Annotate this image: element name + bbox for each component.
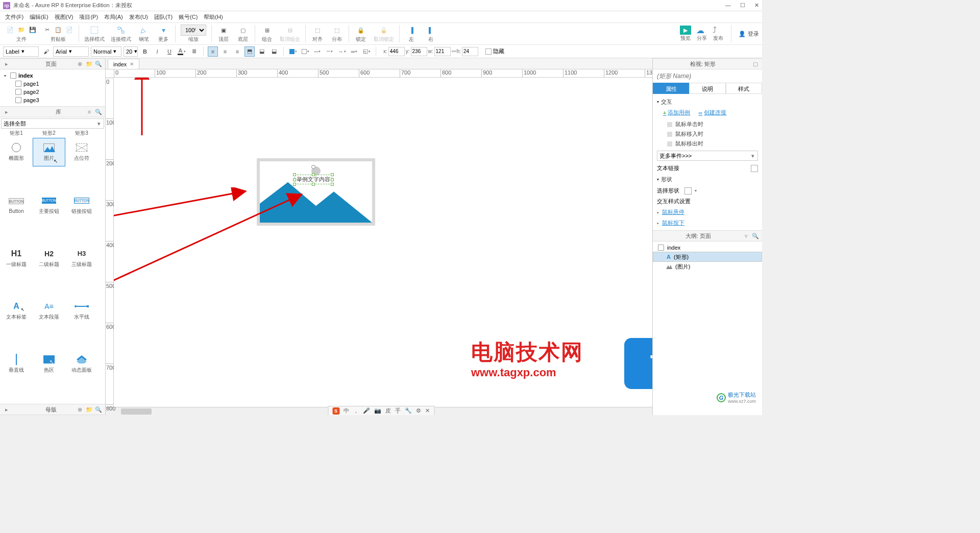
ungroup-button[interactable]: ⊟取消组合: [280, 25, 300, 43]
outline-item-index[interactable]: index: [653, 244, 762, 252]
maximize-icon[interactable]: ☐: [740, 2, 745, 9]
connect-mode-button[interactable]: 连接模式: [111, 25, 131, 43]
publish-button[interactable]: ⤴发布: [713, 26, 724, 42]
library-select[interactable]: 选择全部: [1, 118, 104, 129]
align-bottom-button[interactable]: ⬓: [269, 46, 279, 57]
add-page-icon[interactable]: ⊕: [77, 60, 84, 67]
menu-file[interactable]: 文件(F): [3, 12, 26, 22]
widget-link-button[interactable]: BUTTON链接按钮: [65, 191, 98, 220]
tree-item-page3[interactable]: page3: [0, 96, 105, 104]
line-style-button[interactable]: ┄▾: [325, 46, 335, 57]
bullets-button[interactable]: ≣: [189, 46, 199, 57]
event-click[interactable]: 鼠标单击时: [657, 119, 758, 129]
widget-h2[interactable]: H2二级标题: [33, 244, 65, 273]
preview-button[interactable]: ▶预览: [680, 26, 691, 42]
align-center-text-button[interactable]: ≡: [220, 46, 230, 57]
paste-icon[interactable]: 📄: [64, 25, 75, 35]
image-widget[interactable]: [257, 158, 375, 226]
send-back-button[interactable]: ▢底层: [236, 25, 250, 43]
create-link-link[interactable]: ∞创建连接: [698, 109, 726, 116]
align-button[interactable]: ⬚对齐: [311, 25, 324, 43]
widget-vline[interactable]: 垂直线: [0, 350, 33, 378]
tab-index[interactable]: index ✕: [108, 59, 139, 69]
widget-h3[interactable]: H3三级标题: [65, 244, 98, 273]
y-input[interactable]: [411, 47, 427, 56]
shape-select-button[interactable]: [684, 187, 692, 195]
menu-publish[interactable]: 发布(U): [127, 12, 150, 22]
tree-item-index[interactable]: ▾ index: [0, 71, 105, 80]
underline-button[interactable]: U: [164, 46, 175, 57]
menu-help[interactable]: 帮助(H): [202, 12, 225, 22]
add-folder-icon[interactable]: 📁: [86, 60, 93, 67]
save-file-icon[interactable]: 💾: [28, 25, 38, 35]
distribute-button[interactable]: ⬚分布: [330, 25, 344, 43]
tree-item-page2[interactable]: page2: [0, 88, 105, 96]
login-button[interactable]: 👤登录: [739, 30, 759, 38]
align-top-button[interactable]: ⬒: [244, 46, 255, 57]
line-width-button[interactable]: ─▾: [312, 46, 323, 57]
link-wh-icon[interactable]: ⚯: [452, 49, 456, 54]
line-pattern-button[interactable]: ═▾: [349, 46, 359, 57]
align-middle-button[interactable]: ⬓: [257, 46, 267, 57]
more-button[interactable]: ▾ 更多: [157, 25, 170, 43]
text-widget[interactable]: 举例文字内容: [295, 175, 332, 184]
widget-ellipse[interactable]: 椭圆形: [0, 138, 33, 166]
lib-menu-icon[interactable]: ≡: [86, 108, 93, 115]
paint-format-icon[interactable]: 🖌: [41, 46, 51, 57]
event-mouseenter[interactable]: 鼠标移入时: [657, 129, 758, 139]
pen-button[interactable]: 钢笔: [137, 25, 151, 43]
widget-dynamic-panel[interactable]: 动态面板: [65, 350, 98, 378]
ime-toolbar[interactable]: S 中 ， 🎤 📷 皮 手 🔧 ⚙ ✕: [328, 406, 434, 415]
more-events-select[interactable]: 更多事件>>>: [657, 151, 758, 161]
search-icon[interactable]: 🔍: [95, 406, 102, 413]
w-input[interactable]: [434, 47, 451, 56]
widget-hotspot[interactable]: 热区: [33, 350, 65, 378]
event-mouseleave[interactable]: 鼠标移出时: [657, 139, 758, 149]
close-tab-icon[interactable]: ✕: [130, 61, 134, 67]
panel-toggle-icon[interactable]: ▸: [3, 60, 10, 67]
align-left-text-button[interactable]: ≡: [208, 46, 218, 57]
align-left-button[interactable]: ▐左: [405, 25, 418, 43]
add-case-link[interactable]: +添加用例: [663, 109, 690, 116]
widget-primary-button[interactable]: BUTTON主要按钮: [33, 191, 65, 220]
inspector-page-icon[interactable]: ▢: [752, 60, 759, 67]
widget-name-input[interactable]: [657, 72, 758, 80]
group-button[interactable]: ⊞组合: [260, 25, 274, 43]
outline-item-shape[interactable]: A(矩形): [653, 252, 762, 262]
section-interactions[interactable]: ▾交互: [657, 96, 758, 108]
rotate-handle-icon[interactable]: [311, 165, 315, 169]
fill-color-button[interactable]: ▾: [288, 46, 298, 57]
font-weight-select[interactable]: Normal▾: [91, 46, 121, 57]
widget-h1[interactable]: H1一级标题: [0, 244, 33, 273]
canvas[interactable]: 举例文字内容 电脑技术网 www.tagxp.com TAG: [114, 78, 652, 407]
open-file-icon[interactable]: 📁: [16, 25, 27, 35]
text-color-button[interactable]: A▾: [177, 46, 187, 57]
menu-edit[interactable]: 编辑(E): [28, 12, 51, 22]
hover-style-link[interactable]: 鼠标悬停: [662, 208, 684, 216]
add-master-icon[interactable]: ⊕: [77, 406, 84, 413]
widget-style-select[interactable]: Label▾: [3, 46, 39, 57]
widget-paragraph[interactable]: A≡文本段落: [33, 297, 65, 325]
search-icon[interactable]: 🔍: [95, 108, 102, 115]
widget-button[interactable]: BUTTONButton: [0, 191, 33, 220]
menu-team[interactable]: 团队(T): [152, 12, 175, 22]
filter-icon[interactable]: ▿: [743, 232, 750, 239]
select-mode-button[interactable]: 选择模式: [84, 25, 105, 43]
panel-toggle-icon[interactable]: ▸: [3, 406, 10, 413]
menu-view[interactable]: 视图(V): [53, 12, 76, 22]
share-button[interactable]: ☁分享: [696, 26, 707, 42]
font-select[interactable]: Arial▾: [53, 46, 89, 57]
arrow-style-button[interactable]: →▾: [337, 46, 347, 57]
font-size-select[interactable]: 20▾: [124, 46, 138, 57]
italic-button[interactable]: I: [152, 46, 162, 57]
new-file-icon[interactable]: 📄: [5, 25, 15, 35]
tab-properties[interactable]: 属性: [653, 83, 689, 94]
search-icon[interactable]: 🔍: [752, 232, 759, 239]
bold-button[interactable]: B: [140, 46, 150, 57]
cut-icon[interactable]: ✂: [42, 25, 52, 35]
border-color-button[interactable]: ▾: [300, 46, 310, 57]
x-input[interactable]: [388, 47, 405, 56]
tab-style[interactable]: 样式: [726, 83, 762, 94]
align-right-text-button[interactable]: ≡: [232, 46, 242, 57]
menu-account[interactable]: 账号(C): [177, 12, 200, 22]
